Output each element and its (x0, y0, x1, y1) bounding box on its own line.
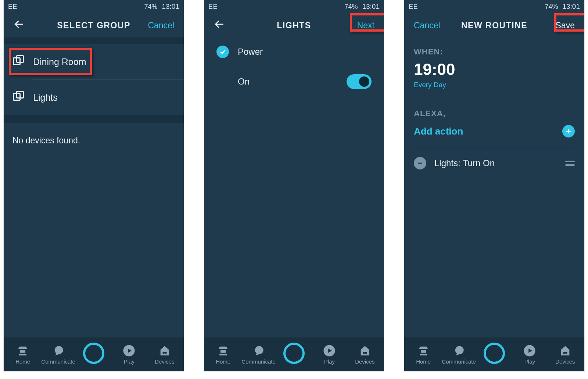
group-label: Dining Room (33, 57, 86, 67)
home-icon (417, 344, 430, 357)
header: Cancel NEW ROUTINE Save (404, 13, 584, 37)
routine-recurrence: Every Day (414, 81, 575, 89)
nav-home[interactable]: Home (5, 344, 40, 365)
nav-devices[interactable]: Devices (347, 344, 383, 365)
no-devices-text: No devices found. (4, 123, 184, 158)
nav-play[interactable]: Play (312, 344, 347, 365)
when-section[interactable]: WHEN: 19:00 Every Day (404, 37, 584, 89)
add-action-row[interactable]: Add action (404, 118, 584, 144)
svg-rect-47 (421, 350, 426, 353)
alexa-ring-icon (484, 343, 505, 364)
content-area: Power On (204, 37, 384, 337)
chat-icon (453, 344, 465, 357)
routine-time: 19:00 (414, 60, 575, 79)
nav-alexa[interactable] (76, 345, 111, 364)
carrier-label: EE (208, 3, 218, 11)
nav-devices-label: Devices (155, 358, 174, 365)
svg-rect-16 (19, 354, 26, 355)
svg-rect-15 (20, 350, 25, 353)
content-area: Dining Room Lights No devices found. (4, 37, 184, 337)
screen-new-routine: EE 74% 13:01 Cancel NEW ROUTINE Save WHE… (404, 0, 584, 371)
alexa-ring-icon (283, 343, 305, 364)
alexa-ring-icon (83, 343, 104, 364)
nav-home-label: Home (15, 358, 30, 365)
on-toggle[interactable] (347, 74, 372, 89)
drag-handle-icon[interactable] (565, 161, 575, 166)
clock-time: 13:01 (162, 3, 179, 11)
save-button[interactable]: Save (553, 19, 577, 32)
carrier-label: EE (8, 3, 17, 11)
home-icon (17, 344, 29, 357)
remove-icon[interactable] (414, 157, 426, 169)
page-title: LIGHTS (277, 21, 311, 31)
check-icon (216, 46, 229, 58)
nav-communicate-label: Communicate (442, 358, 476, 365)
play-icon (123, 344, 135, 357)
nav-home[interactable]: Home (406, 344, 441, 365)
svg-point-51 (565, 351, 567, 354)
nav-communicate-label: Communicate (41, 358, 75, 365)
screen-lights: EE 74% 13:01 LIGHTS Next (204, 0, 384, 371)
cancel-button[interactable]: Cancel (146, 19, 176, 32)
battery-pct: 74% (144, 3, 157, 11)
routine-action-label: Lights: Turn On (434, 158, 495, 168)
svg-rect-32 (219, 354, 227, 355)
nav-home[interactable]: Home (205, 344, 241, 365)
bottom-nav: Home Communicate Play Devices (204, 337, 384, 371)
battery-pct: 74% (545, 3, 558, 11)
plus-icon[interactable] (562, 125, 575, 137)
nav-home-label: Home (416, 358, 431, 365)
devices-icon (158, 344, 171, 357)
nav-play-label: Play (324, 358, 335, 365)
bottom-nav: Home Communicate Play Devices (404, 337, 584, 371)
routine-action-item[interactable]: Lights: Turn On (404, 148, 584, 178)
nav-play[interactable]: Play (512, 344, 547, 365)
devices-icon (559, 344, 571, 357)
nav-communicate[interactable]: Communicate (441, 344, 476, 365)
header: LIGHTS Next (204, 13, 384, 37)
nav-alexa[interactable] (276, 345, 312, 364)
status-bar: EE 74% 13:01 (404, 0, 584, 13)
chat-icon (52, 344, 65, 357)
option-power-label: Power (238, 47, 263, 57)
content-area: WHEN: 19:00 Every Day ALEXA, Add action … (404, 37, 584, 337)
chat-icon (252, 344, 265, 357)
nav-communicate[interactable]: Communicate (40, 344, 76, 365)
page-title: NEW ROUTINE (461, 21, 527, 31)
group-label: Lights (33, 92, 58, 103)
clock-time: 13:01 (562, 3, 580, 11)
status-bar: EE 74% 13:01 (204, 0, 384, 13)
group-icon (12, 90, 25, 105)
back-button[interactable] (11, 17, 27, 34)
nav-devices-label: Devices (555, 358, 575, 365)
option-power[interactable]: Power (204, 37, 384, 66)
page-title: SELECT GROUP (57, 21, 130, 31)
section-divider (4, 37, 184, 44)
add-action-label: Add action (414, 126, 463, 137)
back-button[interactable] (211, 17, 227, 34)
group-item-lights[interactable]: Lights (4, 80, 184, 115)
cancel-button[interactable]: Cancel (412, 19, 442, 32)
toggle-knob (359, 76, 369, 87)
nav-communicate[interactable]: Communicate (241, 344, 276, 365)
svg-point-50 (563, 351, 565, 354)
screen-select-group: EE 74% 13:01 SELECT GROUP Cancel (4, 0, 184, 371)
group-item-dining-room[interactable]: Dining Room (4, 44, 184, 79)
battery-pct: 74% (344, 3, 358, 11)
next-button[interactable]: Next (355, 19, 377, 32)
back-arrow-icon (214, 18, 225, 30)
alexa-section: ALEXA, (404, 98, 584, 118)
nav-devices[interactable]: Devices (548, 344, 583, 365)
play-icon (323, 344, 336, 357)
play-icon (523, 344, 536, 357)
nav-devices[interactable]: Devices (147, 344, 182, 365)
section-divider (4, 115, 184, 123)
carrier-label: EE (409, 3, 418, 11)
nav-play[interactable]: Play (111, 344, 147, 365)
bottom-nav: Home Communicate Play Devices (4, 337, 184, 371)
clock-time: 13:01 (362, 3, 380, 11)
nav-alexa[interactable] (477, 345, 512, 364)
option-on-label: On (238, 76, 250, 87)
group-icon (12, 54, 25, 69)
nav-communicate-label: Communicate (241, 358, 276, 365)
